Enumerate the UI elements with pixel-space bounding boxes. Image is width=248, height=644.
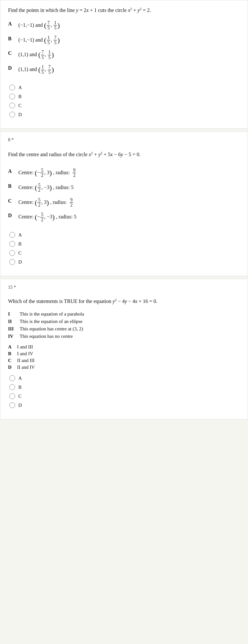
radio-7-C[interactable] bbox=[9, 103, 15, 108]
option-8-D-letter: D bbox=[8, 212, 18, 218]
stmt-IV-text: This equation has no centre bbox=[20, 334, 73, 339]
ans-A-letter: A bbox=[8, 344, 17, 350]
ans-D-text: II and IV bbox=[17, 365, 35, 370]
option-7-B-letter: B bbox=[8, 35, 18, 42]
radio-8-C-label: C bbox=[18, 250, 22, 256]
radio-7-A-label: A bbox=[18, 85, 22, 90]
radio-8-D-row[interactable]: D bbox=[9, 259, 240, 265]
option-8-B-letter: B bbox=[8, 183, 18, 189]
option-7-A-content: (−1,−1) and (75, 15) bbox=[18, 20, 60, 31]
radio-8-C-row[interactable]: C bbox=[9, 250, 240, 256]
option-7-C-content: (1,1) and (75, 15) bbox=[18, 50, 54, 60]
statement-III: III This equation has centre at (3, 2) bbox=[8, 326, 240, 332]
statements-table: I This is the equation of a parabola II … bbox=[8, 311, 240, 339]
radio-7-C-row[interactable]: C bbox=[9, 103, 240, 108]
radio-7-A-row[interactable]: A bbox=[9, 85, 240, 90]
statement-II: II This is the equation of an ellipse bbox=[8, 319, 240, 324]
radio-15-A-row[interactable]: A bbox=[9, 375, 240, 381]
answer-B-row: B I and IV bbox=[8, 351, 240, 357]
ans-A-text: I and III bbox=[17, 344, 33, 350]
radio-7-D[interactable] bbox=[9, 112, 15, 117]
ans-C-text: II and III bbox=[17, 358, 34, 363]
question-7-block: Find the points in which the line y = 2x… bbox=[0, 0, 248, 129]
radio-8-A-row[interactable]: A bbox=[9, 232, 240, 238]
radio-7-D-row[interactable]: D bbox=[9, 112, 240, 117]
option-8-D: D Centre: (−52, −3) , radius: 5 bbox=[8, 212, 240, 222]
question-15-block: 15 * Which of the statements is TRUE for… bbox=[0, 279, 248, 419]
radio-15-A[interactable] bbox=[9, 375, 15, 381]
stmt-I-label: I bbox=[8, 311, 20, 317]
stmt-II-text: This is the equation of an ellipse bbox=[20, 319, 82, 324]
radio-15-C-row[interactable]: C bbox=[9, 393, 240, 399]
radio-8-B-row[interactable]: B bbox=[9, 241, 240, 247]
radio-15-C[interactable] bbox=[9, 393, 15, 399]
option-7-A-letter: A bbox=[8, 20, 18, 27]
radio-7-B[interactable] bbox=[9, 94, 15, 99]
option-8-C-content: Centre: (52, 3) , radius: 92 bbox=[18, 197, 73, 208]
radio-15-B[interactable] bbox=[9, 384, 15, 390]
radio-15-B-row[interactable]: B bbox=[9, 384, 240, 390]
radio-8-B-label: B bbox=[18, 241, 22, 247]
option-8-A-content: Centre: (−52, 3) , radius: 92 bbox=[18, 168, 76, 178]
option-7-C: C (1,1) and (75, 15) bbox=[8, 50, 240, 60]
radio-7-B-label: B bbox=[18, 94, 22, 99]
option-7-C-letter: C bbox=[8, 50, 18, 56]
stmt-III-text: This equation has centre at (3, 2) bbox=[20, 326, 83, 332]
question-8-number: 8 * bbox=[8, 137, 240, 143]
option-7-D-letter: D bbox=[8, 65, 18, 71]
option-7-A: A (−1,−1) and (75, 15) bbox=[8, 20, 240, 31]
radio-15-D-label: D bbox=[18, 403, 22, 408]
radio-8-D-label: D bbox=[18, 259, 22, 265]
ans-D-letter: D bbox=[8, 365, 17, 370]
radio-15-D-row[interactable]: D bbox=[9, 402, 240, 408]
radio-7-D-label: D bbox=[18, 112, 22, 117]
question-15-number: 15 * bbox=[8, 285, 240, 290]
option-8-A: A Centre: (−52, 3) , radius: 92 bbox=[8, 168, 240, 178]
stmt-IV-label: IV bbox=[8, 334, 20, 339]
question-8-block: 8 * Find the centre and radius of the ci… bbox=[0, 131, 248, 276]
stmt-I-text: This is the equation of a parabola bbox=[20, 311, 84, 317]
option-7-B-content: (−1,−1) and (15, 75) bbox=[18, 35, 60, 45]
ans-C-letter: C bbox=[8, 358, 17, 363]
question-15-text: Which of the statements is TRUE for the … bbox=[8, 297, 240, 306]
option-8-D-content: Centre: (−52, −3) , radius: 5 bbox=[18, 212, 76, 222]
option-8-C: C Centre: (52, 3) , radius: 92 bbox=[8, 197, 240, 208]
question-8-text: Find the centre and radius of the circle… bbox=[8, 150, 240, 159]
stmt-III-label: III bbox=[8, 326, 20, 332]
radio-15-A-label: A bbox=[18, 376, 22, 381]
radio-8-C[interactable] bbox=[9, 250, 15, 256]
answer-D-row: D II and IV bbox=[8, 365, 240, 370]
statement-IV: IV This equation has no centre bbox=[8, 334, 240, 339]
option-7-B: B (−1,−1) and (15, 75) bbox=[8, 35, 240, 45]
answer-C-row: C II and III bbox=[8, 358, 240, 363]
radio-15-B-label: B bbox=[18, 385, 22, 390]
radio-8-D[interactable] bbox=[9, 259, 15, 265]
statement-I: I This is the equation of a parabola bbox=[8, 311, 240, 317]
radio-8-B[interactable] bbox=[9, 241, 15, 247]
radio-8-A[interactable] bbox=[9, 232, 15, 238]
answer-table: A I and III B I and IV C II and III D II… bbox=[8, 344, 240, 370]
radio-7-B-row[interactable]: B bbox=[9, 94, 240, 99]
option-8-A-letter: A bbox=[8, 168, 18, 174]
ans-B-text: I and IV bbox=[17, 351, 33, 357]
ans-B-letter: B bbox=[8, 351, 17, 357]
option-8-B-content: Centre: (52, −3) , radius: 5 bbox=[18, 183, 73, 193]
stmt-II-label: II bbox=[8, 319, 20, 324]
option-7-D: D (1,1) and (15, 75) bbox=[8, 65, 240, 75]
radio-7-A[interactable] bbox=[9, 85, 15, 90]
answer-A-row: A I and III bbox=[8, 344, 240, 350]
question-7-text: Find the points in which the line y = 2x… bbox=[8, 6, 240, 15]
radio-8-A-label: A bbox=[18, 232, 22, 238]
option-8-B: B Centre: (52, −3) , radius: 5 bbox=[8, 183, 240, 193]
radio-15-D[interactable] bbox=[9, 402, 15, 408]
option-8-C-letter: C bbox=[8, 197, 18, 204]
option-7-D-content: (1,1) and (15, 75) bbox=[18, 65, 54, 75]
radio-15-C-label: C bbox=[18, 394, 22, 399]
radio-7-C-label: C bbox=[18, 103, 22, 108]
